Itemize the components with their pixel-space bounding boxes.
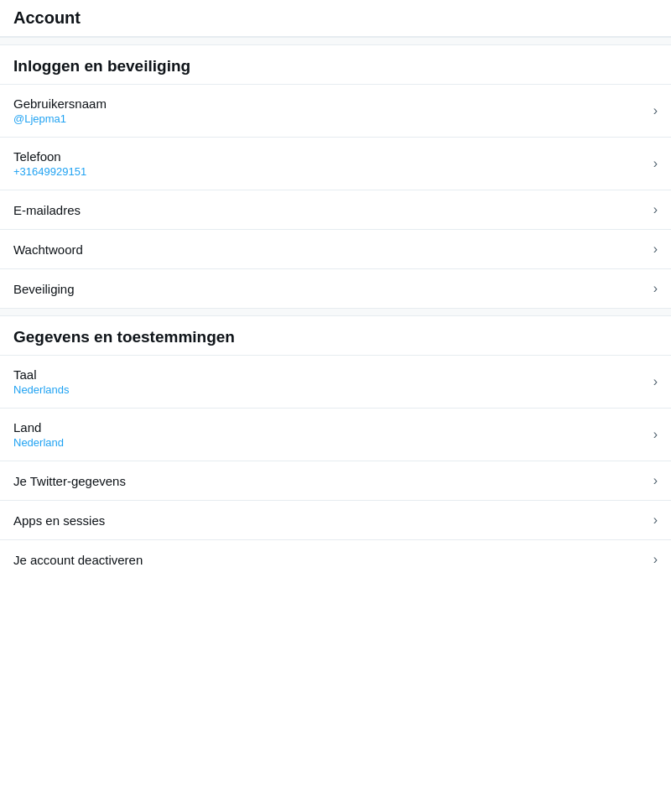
menu-item-label-deactivate: Je account deactiveren — [13, 553, 143, 567]
menu-item-twitter-data[interactable]: Je Twitter-gegevens› — [0, 461, 671, 501]
menu-item-content-country: LandNederland — [13, 420, 64, 449]
chevron-icon-deactivate: › — [653, 552, 658, 567]
menu-item-label-phone: Telefoon — [13, 149, 86, 164]
menu-item-content-email: E-mailadres — [13, 203, 81, 217]
menu-item-country[interactable]: LandNederland› — [0, 409, 671, 461]
menu-item-sublabel-country: Nederland — [13, 436, 64, 449]
chevron-icon-username: › — [653, 103, 658, 118]
menu-item-content-deactivate: Je account deactiveren — [13, 553, 143, 567]
chevron-icon-language: › — [653, 374, 658, 389]
menu-item-content-phone: Telefoon+31649929151 — [13, 149, 86, 178]
menu-item-label-email: E-mailadres — [13, 203, 81, 217]
menu-item-content-username: Gebruikersnaam@Ljepma1 — [13, 96, 107, 125]
menu-item-content-apps-sessions: Apps en sessies — [13, 513, 105, 528]
menu-item-label-security: Beveiliging — [13, 282, 75, 296]
section-header-login-security: Inloggen en beveiliging — [0, 45, 671, 85]
menu-item-content-language: TaalNederlands — [13, 367, 70, 396]
menu-item-apps-sessions[interactable]: Apps en sessies› — [0, 501, 671, 540]
chevron-icon-twitter-data: › — [653, 473, 658, 488]
page-title: Account — [0, 0, 671, 37]
menu-item-sublabel-phone: +31649929151 — [13, 165, 86, 178]
section-divider — [0, 37, 671, 45]
menu-item-label-country: Land — [13, 420, 64, 435]
section-header-data-permissions: Gegevens en toestemmingen — [0, 316, 671, 356]
menu-item-label-twitter-data: Je Twitter-gegevens — [13, 474, 126, 488]
menu-item-content-password: Wachtwoord — [13, 242, 83, 257]
menu-item-phone[interactable]: Telefoon+31649929151› — [0, 138, 671, 190]
menu-item-password[interactable]: Wachtwoord› — [0, 230, 671, 269]
chevron-icon-phone: › — [653, 156, 658, 171]
chevron-icon-email: › — [653, 202, 658, 217]
menu-item-username[interactable]: Gebruikersnaam@Ljepma1› — [0, 85, 671, 138]
chevron-icon-apps-sessions: › — [653, 513, 658, 528]
chevron-icon-password: › — [653, 242, 658, 257]
menu-item-label-password: Wachtwoord — [13, 242, 83, 257]
section-divider — [0, 308, 671, 316]
menu-item-content-twitter-data: Je Twitter-gegevens — [13, 474, 126, 488]
menu-item-deactivate[interactable]: Je account deactiveren› — [0, 540, 671, 579]
menu-item-label-language: Taal — [13, 367, 70, 382]
menu-item-security[interactable]: Beveiliging› — [0, 269, 671, 308]
menu-item-label-username: Gebruikersnaam — [13, 96, 107, 111]
menu-item-label-apps-sessions: Apps en sessies — [13, 513, 105, 528]
chevron-icon-security: › — [653, 281, 658, 296]
menu-item-email[interactable]: E-mailadres› — [0, 190, 671, 230]
chevron-icon-country: › — [653, 427, 658, 442]
menu-item-sublabel-username: @Ljepma1 — [13, 112, 107, 125]
menu-item-language[interactable]: TaalNederlands› — [0, 356, 671, 409]
menu-item-content-security: Beveiliging — [13, 282, 75, 296]
menu-item-sublabel-language: Nederlands — [13, 383, 70, 396]
